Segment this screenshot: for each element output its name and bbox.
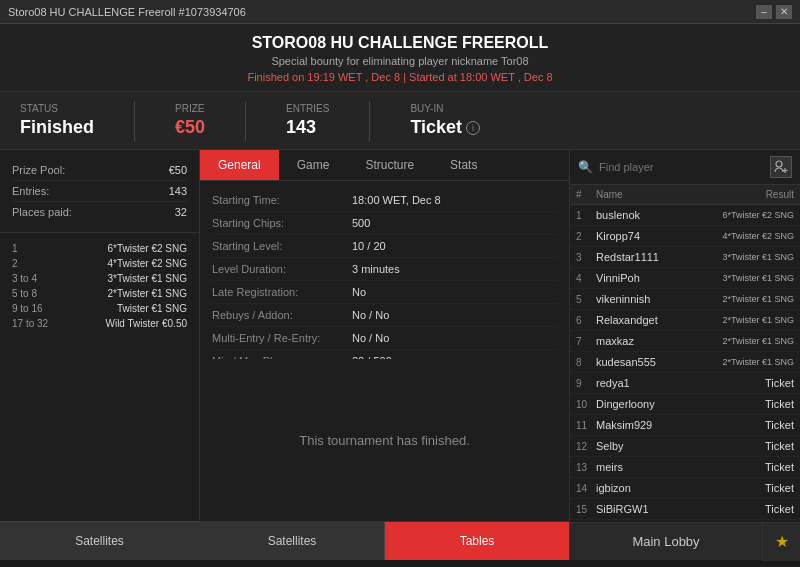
col-name: Name (596, 189, 704, 200)
payout-place: 9 to 16 (12, 303, 43, 314)
payout-place: 17 to 32 (12, 318, 48, 329)
player-name: Kiropp74 (596, 230, 704, 242)
left-panel: Prize Pool: €50 Entries: 143 Places paid… (0, 150, 200, 560)
tab-game[interactable]: Game (279, 150, 348, 180)
player-result: 2*Twister €1 SNG (704, 336, 794, 346)
player-result: Ticket (704, 503, 794, 515)
player-result: Ticket (704, 461, 794, 473)
main-lobby-row: Main Lobby ★ (570, 522, 800, 560)
player-row[interactable]: 4 VinniPoh 3*Twister €1 SNG (570, 268, 800, 289)
player-row[interactable]: 6 Relaxandget 2*Twister €1 SNG (570, 310, 800, 331)
satellites-bottom-button[interactable]: Satellites (200, 522, 385, 560)
player-result: Ticket (704, 398, 794, 410)
player-result: Ticket (704, 482, 794, 494)
player-row[interactable]: 11 Maksim929 Ticket (570, 415, 800, 436)
player-row[interactable]: 8 kudesan555 2*Twister €1 SNG (570, 352, 800, 373)
tab-structure[interactable]: Structure (347, 150, 432, 180)
payout-list: 16*Twister €2 SNG24*Twister €2 SNG3 to 4… (0, 233, 199, 521)
info-value: 10 / 20 (352, 240, 386, 252)
places-paid-label: Places paid: (12, 206, 72, 218)
player-result: 3*Twister €1 SNG (704, 252, 794, 262)
right-panel: 🔍 # Name Result 1 buslenok 6*Twister €2 … (570, 150, 800, 560)
entries-item: Entries 143 (286, 103, 329, 138)
search-input[interactable] (599, 161, 764, 173)
prize-value: €50 (175, 117, 205, 138)
player-name: SiBiRGW1 (596, 503, 704, 515)
favorite-button[interactable]: ★ (762, 523, 800, 561)
entries-label: Entries: (12, 185, 49, 197)
info-label: Starting Time: (212, 194, 352, 206)
info-row: Rebuys / Addon:No / No (212, 304, 557, 327)
info-label: Late Registration: (212, 286, 352, 298)
player-row[interactable]: 14 igbizon Ticket (570, 478, 800, 499)
player-name: maxkaz (596, 335, 704, 347)
player-row[interactable]: 2 Kiropp74 4*Twister €2 SNG (570, 226, 800, 247)
player-result: 3*Twister €1 SNG (704, 273, 794, 283)
buyin-value: Ticket (410, 117, 462, 138)
player-row[interactable]: 13 meirs Ticket (570, 457, 800, 478)
stats-bar: Status Finished Prize €50 Entries 143 Bu… (0, 92, 800, 150)
places-paid-row: Places paid: 32 (12, 202, 187, 222)
status-item: Status Finished (20, 103, 94, 138)
finished-message: This tournament has finished. (200, 359, 569, 521)
prize-label: Prize (175, 103, 205, 114)
player-name: VinniPoh (596, 272, 704, 284)
add-player-button[interactable] (770, 156, 792, 178)
player-num: 13 (576, 462, 596, 473)
info-row: Multi-Entry / Re-Entry:No / No (212, 327, 557, 350)
player-row[interactable]: 15 SiBiRGW1 Ticket (570, 499, 800, 520)
player-name: buslenok (596, 209, 704, 221)
star-icon: ★ (775, 532, 789, 551)
title-bar-controls: – ✕ (756, 5, 792, 19)
player-list: 1 buslenok 6*Twister €2 SNG 2 Kiropp74 4… (570, 205, 800, 520)
info-value: 500 (352, 217, 370, 229)
player-num: 14 (576, 483, 596, 494)
tab-general[interactable]: General (200, 150, 279, 180)
player-result: Ticket (704, 377, 794, 389)
player-row[interactable]: 10 Dingerloony Ticket (570, 394, 800, 415)
close-button[interactable]: ✕ (776, 5, 792, 19)
status-label: Status (20, 103, 94, 114)
payout-prize: 4*Twister €2 SNG (108, 258, 187, 269)
player-result: 2*Twister €1 SNG (704, 357, 794, 367)
payout-prize: Twister €1 SNG (117, 303, 187, 314)
tables-button[interactable]: Tables (385, 522, 569, 560)
tab-stats[interactable]: Stats (432, 150, 495, 180)
tournament-subtitle: Special bounty for eliminating player ni… (0, 55, 800, 67)
player-num: 1 (576, 210, 596, 221)
info-value: 3 minutes (352, 263, 400, 275)
player-num: 7 (576, 336, 596, 347)
info-row: Starting Level:10 / 20 (212, 235, 557, 258)
minimize-button[interactable]: – (756, 5, 772, 19)
player-num: 2 (576, 231, 596, 242)
player-row[interactable]: 1 buslenok 6*Twister €2 SNG (570, 205, 800, 226)
player-row[interactable]: 7 maxkaz 2*Twister €1 SNG (570, 331, 800, 352)
center-panel: GeneralGameStructureStats Starting Time:… (200, 150, 570, 560)
bottom-buttons: Satellites Tables (200, 521, 569, 560)
info-icon[interactable]: i (466, 121, 480, 135)
payout-place: 5 to 8 (12, 288, 37, 299)
tournament-time: Finished on 19:19 WET , Dec 8 | Started … (0, 71, 800, 83)
prize-pool-row: Prize Pool: €50 (12, 160, 187, 181)
finished-label: Finished on (247, 71, 304, 83)
title-bar: Storo08 HU CHALLENGE Freeroll #107393470… (0, 0, 800, 24)
player-row[interactable]: 12 Selby Ticket (570, 436, 800, 457)
entries-value: 143 (169, 185, 187, 197)
info-label: Starting Level: (212, 240, 352, 252)
main-content: Prize Pool: €50 Entries: 143 Places paid… (0, 150, 800, 560)
tab-bar: GeneralGameStructureStats (200, 150, 569, 181)
player-name: redya1 (596, 377, 704, 389)
satellites-button[interactable]: Satellites (0, 521, 199, 560)
payout-place: 1 (12, 243, 18, 254)
divider-2 (245, 101, 246, 141)
player-name: Maksim929 (596, 419, 704, 431)
info-row: Starting Time:18:00 WET, Dec 8 (212, 189, 557, 212)
player-row[interactable]: 3 Redstar1111 3*Twister €1 SNG (570, 247, 800, 268)
main-lobby-button[interactable]: Main Lobby (570, 523, 762, 560)
payout-row: 3 to 43*Twister €1 SNG (12, 271, 187, 286)
player-row[interactable]: 9 redya1 Ticket (570, 373, 800, 394)
search-bar: 🔍 (570, 150, 800, 185)
info-label: Rebuys / Addon: (212, 309, 352, 321)
player-row[interactable]: 5 vikeninnish 2*Twister €1 SNG (570, 289, 800, 310)
player-num: 4 (576, 273, 596, 284)
